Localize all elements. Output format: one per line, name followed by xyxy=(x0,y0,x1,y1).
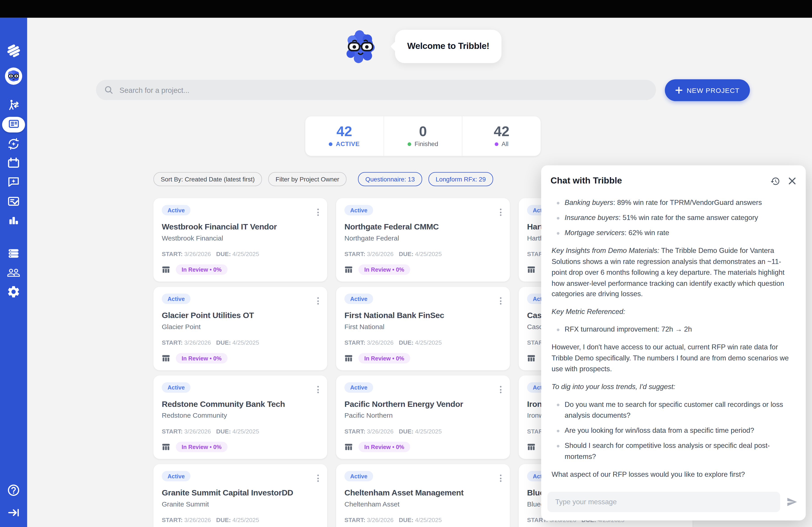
chat-bullet: Do you want me to search for specific cu… xyxy=(556,400,795,421)
sidebar-item-handoff[interactable] xyxy=(7,99,20,112)
chat-message-input[interactable] xyxy=(554,497,773,506)
status-badge: Active xyxy=(345,205,373,215)
sidebar-item-help[interactable] xyxy=(7,483,20,497)
top-black-bar xyxy=(0,0,812,18)
sidebar-item-sync[interactable] xyxy=(7,137,20,151)
chat-paragraph: To dig into your loss trends, I'd sugges… xyxy=(551,382,795,393)
filter-chip-1[interactable]: Filter by Project Owner xyxy=(268,172,346,186)
kebab-menu-icon[interactable] xyxy=(498,472,504,484)
project-card[interactable]: ActivePacific Northern Energy VendorPaci… xyxy=(336,376,510,459)
kebab-menu-icon[interactable] xyxy=(498,295,504,307)
kebab-menu-icon[interactable] xyxy=(498,207,504,218)
status-badge: Active xyxy=(345,382,373,393)
sidebar-item-team[interactable] xyxy=(7,266,20,280)
people-icon xyxy=(7,266,20,280)
stat-active[interactable]: 42ACTIVE xyxy=(305,116,383,156)
table-icon xyxy=(162,266,170,274)
project-card[interactable]: ActiveRedstone Community Bank TechRedsto… xyxy=(154,376,327,459)
bar-chart-icon xyxy=(7,213,20,227)
sidebar-item-data[interactable] xyxy=(7,246,20,260)
filter-chip-3[interactable]: Longform RFx: 29 xyxy=(428,172,493,186)
close-icon[interactable] xyxy=(788,177,796,185)
kebab-menu-icon[interactable] xyxy=(315,472,321,484)
stat-label: ACTIVE xyxy=(336,140,360,147)
filter-chip-2[interactable]: Questionnaire: 13 xyxy=(358,172,422,186)
chat-panel: Chat with Tribble Banking buyers: 89% wi… xyxy=(541,165,806,521)
stat-label: All xyxy=(502,140,508,147)
project-dates: START:3/26/2026DUE:4/25/2025 xyxy=(345,428,502,434)
progress-badge: In Review • 0% xyxy=(359,353,410,363)
projects-board-icon xyxy=(8,118,20,132)
project-title: Glacier Point Utilities OT xyxy=(162,311,319,320)
status-badge: Active xyxy=(345,471,373,481)
table-icon xyxy=(162,443,170,451)
table-icon xyxy=(527,354,535,362)
project-card[interactable]: ActiveFirst National Bank FinSecFirst Na… xyxy=(336,287,510,370)
kebab-menu-icon[interactable] xyxy=(498,384,504,395)
project-title: First National Bank FinSec xyxy=(345,311,502,320)
sidebar-item-home[interactable] xyxy=(5,42,23,60)
progress-badge: In Review • 0% xyxy=(359,442,410,452)
chat-bullet: Insurance buyers: 51% win rate for the s… xyxy=(556,213,795,224)
progress-badge: In Review • 0% xyxy=(176,353,227,363)
chat-body: Banking buyers: 89% win rate for TPRM/Ve… xyxy=(541,190,806,486)
walk-transfer-icon xyxy=(7,99,20,112)
project-dates: START:3/26/2026DUE:4/25/2025 xyxy=(162,428,319,434)
chat-header: Chat with Tribble xyxy=(541,165,806,190)
stat-label: Finished xyxy=(415,140,438,147)
chat-bullet: Should I search for competitive loss ana… xyxy=(556,440,795,462)
stat-all[interactable]: 42All xyxy=(462,116,541,156)
project-title: Northgate Federal CMMC xyxy=(345,222,502,232)
sidebar-item-analytics[interactable] xyxy=(7,213,20,227)
tribble-mascot xyxy=(344,29,377,64)
stat-finished[interactable]: 0Finished xyxy=(383,116,462,156)
sidebar-item-projects[interactable] xyxy=(2,117,25,132)
sidebar-item-chat[interactable] xyxy=(7,175,20,189)
sidebar-item-settings[interactable] xyxy=(6,285,20,299)
chat-bullet: Are you looking for win/loss data from a… xyxy=(556,425,795,436)
sidebar-item-tasks[interactable] xyxy=(7,195,20,208)
table-icon xyxy=(345,266,353,274)
status-badge: Active xyxy=(162,205,190,215)
project-card[interactable]: ActiveGlacier Point Utilities OTGlacier … xyxy=(154,287,327,370)
project-subtitle: Glacier Point xyxy=(162,323,319,331)
send-icon[interactable] xyxy=(786,497,798,508)
table-icon xyxy=(527,266,535,274)
project-dates: START:3/26/2026DUE:4/25/2025 xyxy=(162,251,319,257)
search-input[interactable] xyxy=(118,85,656,95)
project-card[interactable]: ActiveGranite Summit Capital InvestorDDG… xyxy=(154,464,327,527)
stats-card: 42ACTIVE0Finished42All xyxy=(305,116,540,156)
sidebar-collapse[interactable] xyxy=(7,506,20,520)
sidebar-item-assistant[interactable] xyxy=(5,67,23,85)
progress-badge: In Review • 0% xyxy=(359,265,410,275)
project-card[interactable]: ActiveWestbrook Financial IT VendorWestb… xyxy=(154,198,327,282)
history-icon[interactable] xyxy=(770,176,780,186)
chat-bullet: RFX turnaround improvement: 72h → 2h xyxy=(556,325,795,335)
progress-badge: In Review • 0% xyxy=(176,265,227,275)
collapse-icon xyxy=(7,506,20,520)
table-icon xyxy=(345,354,353,362)
project-subtitle: Granite Summit xyxy=(162,500,319,508)
project-card[interactable]: ActiveNorthgate Federal CMMCNorthgate Fe… xyxy=(336,198,510,282)
status-badge: Active xyxy=(162,382,190,393)
chat-input-row xyxy=(541,487,806,521)
new-project-button[interactable]: NEW PROJECT xyxy=(665,79,750,101)
sidebar-item-calendar[interactable] xyxy=(7,156,20,170)
welcome-bubble: Welcome to Tribble! xyxy=(395,30,502,63)
checklist-icon xyxy=(7,195,20,208)
tribble-logo xyxy=(5,42,23,60)
status-badge: Active xyxy=(345,294,373,304)
kebab-menu-icon[interactable] xyxy=(315,384,321,395)
kebab-menu-icon[interactable] xyxy=(315,295,321,307)
project-title: Westbrook Financial IT Vendor xyxy=(162,222,319,232)
filter-chip-0[interactable]: Sort By: Created Date (latest first) xyxy=(154,172,262,186)
project-card[interactable]: ActiveCheltenham Asset ManagementChelten… xyxy=(336,464,510,527)
sync-sparkle-icon xyxy=(7,137,20,151)
project-subtitle: Cheltenham Asset xyxy=(345,500,502,508)
status-badge: Active xyxy=(162,471,190,481)
project-subtitle: Westbrook Financial xyxy=(162,234,319,242)
stat-dot xyxy=(495,142,498,146)
kebab-menu-icon[interactable] xyxy=(315,207,321,218)
project-dates: START:3/26/2026DUE:4/25/2025 xyxy=(345,517,502,523)
chat-bullet-list: Do you want me to search for specific cu… xyxy=(551,400,795,462)
